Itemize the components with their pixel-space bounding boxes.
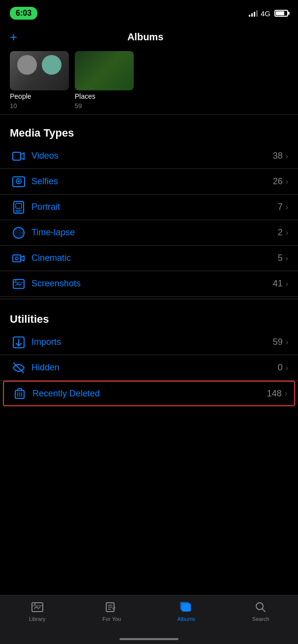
home-indicator <box>119 638 179 640</box>
svg-point-3 <box>18 180 20 182</box>
cinematic-count: 5 <box>278 253 283 263</box>
videos-icon <box>10 147 28 165</box>
selfies-icon <box>10 173 28 191</box>
network-type: 4G <box>261 9 270 18</box>
utilities-header: Utilities <box>0 301 298 330</box>
for-you-icon <box>105 600 119 614</box>
screenshots-chevron: › <box>286 280 288 288</box>
list-item-videos[interactable]: Videos 38 › <box>0 143 298 169</box>
imports-icon <box>10 334 28 351</box>
list-item-imports[interactable]: Imports 59 › <box>0 330 298 355</box>
timelapse-count: 2 <box>278 227 283 238</box>
people-count: 10 <box>10 102 69 110</box>
status-right: 4G <box>249 9 288 18</box>
tab-library[interactable]: Library <box>0 600 75 622</box>
list-item-cinematic[interactable]: Cinematic 5 › <box>0 246 298 271</box>
svg-point-11 <box>15 257 18 260</box>
screenshots-count: 41 <box>273 279 283 289</box>
svg-point-13 <box>15 280 17 281</box>
videos-count: 38 <box>273 151 283 161</box>
list-item-screenshots[interactable]: Screenshots 41 › <box>0 271 298 297</box>
imports-count: 59 <box>273 337 283 347</box>
places-count: 59 <box>75 102 134 110</box>
hidden-label: Hidden <box>31 363 278 373</box>
screenshots-label: Screenshots <box>31 279 273 289</box>
imports-label: Imports <box>31 337 273 347</box>
nav-bar: + Albums <box>0 25 298 49</box>
people-thumbnail <box>10 51 69 90</box>
list-item-selfies[interactable]: Selfies 26 › <box>0 169 298 195</box>
media-types-header: Media Types <box>0 115 298 143</box>
selfies-chevron: › <box>286 177 288 186</box>
portrait-chevron: › <box>286 203 288 212</box>
timelapse-label: Time-lapse <box>31 227 278 238</box>
svg-rect-25 <box>180 602 189 610</box>
selfies-count: 26 <box>273 176 283 187</box>
videos-label: Videos <box>31 151 273 161</box>
portrait-label: Portrait <box>31 202 278 212</box>
section-divider <box>0 299 298 299</box>
tab-for-you[interactable]: For You <box>75 600 149 622</box>
imports-chevron: › <box>286 338 288 347</box>
recently-deleted-label: Recently Deleted <box>32 389 267 399</box>
portrait-count: 7 <box>278 202 283 212</box>
recently-deleted-count: 148 <box>267 389 282 399</box>
hidden-count: 0 <box>278 363 283 373</box>
people-album[interactable]: People 10 <box>10 51 69 110</box>
screenshots-icon <box>10 275 28 293</box>
cinematic-icon <box>10 250 28 267</box>
signal-icon <box>249 10 258 17</box>
people-label: People <box>10 92 69 100</box>
page-title: Albums <box>127 31 163 43</box>
portrait-icon <box>10 198 28 216</box>
selfies-label: Selfies <box>31 176 273 187</box>
list-item-timelapse[interactable]: Time-lapse 2 › <box>0 220 298 246</box>
recently-deleted-chevron: › <box>285 389 287 398</box>
list-item-hidden[interactable]: Hidden 0 › <box>0 355 298 381</box>
list-item-recently-deleted[interactable]: Recently Deleted 148 › <box>3 381 295 406</box>
svg-rect-5 <box>16 203 22 208</box>
tab-search[interactable]: Search <box>224 600 298 622</box>
cinematic-chevron: › <box>286 254 288 263</box>
svg-point-9 <box>18 232 20 234</box>
tab-for-you-label: For You <box>102 616 121 622</box>
search-icon <box>254 600 268 614</box>
tab-albums-label: Albums <box>177 616 195 622</box>
library-icon <box>30 600 44 614</box>
recently-deleted-icon <box>11 385 29 402</box>
svg-rect-10 <box>13 255 21 262</box>
list-item-portrait[interactable]: Portrait 7 › <box>0 195 298 220</box>
svg-rect-0 <box>13 152 21 160</box>
svg-point-8 <box>16 230 21 235</box>
cinematic-label: Cinematic <box>31 253 278 263</box>
album-thumbs-row: People 10 Places 59 <box>0 49 298 115</box>
albums-icon <box>179 600 193 614</box>
timelapse-icon <box>10 224 28 242</box>
svg-point-21 <box>34 604 35 605</box>
videos-chevron: › <box>286 152 288 161</box>
status-time: 6:03 <box>10 7 37 20</box>
tab-bar: Library For You Albums <box>0 595 298 644</box>
tab-albums[interactable]: Albums <box>149 600 224 622</box>
tab-library-label: Library <box>29 616 46 622</box>
places-thumbnail <box>75 51 134 90</box>
places-album[interactable]: Places 59 <box>75 51 134 110</box>
hidden-chevron: › <box>286 364 288 372</box>
places-label: Places <box>75 92 134 100</box>
add-button[interactable]: + <box>10 29 17 45</box>
svg-point-7 <box>15 229 23 237</box>
status-bar: 6:03 4G <box>0 0 298 25</box>
timelapse-chevron: › <box>286 228 288 237</box>
hidden-icon <box>10 359 28 377</box>
tab-search-label: Search <box>252 616 269 622</box>
battery-icon <box>274 10 288 17</box>
